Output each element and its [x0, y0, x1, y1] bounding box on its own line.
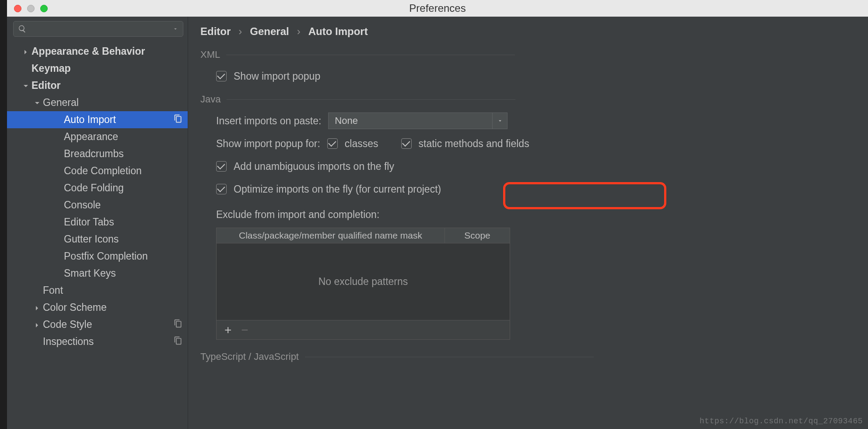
- sidebar-item-auto-import[interactable]: Auto Import: [7, 111, 188, 128]
- copy-icon[interactable]: [174, 319, 182, 331]
- breadcrumb-general[interactable]: General: [250, 25, 289, 38]
- search-input[interactable]: [29, 24, 170, 34]
- sidebar-item-label: Editor Tabs: [64, 216, 114, 228]
- sidebar-item-inspections[interactable]: Inspections: [7, 333, 188, 350]
- sidebar-item-color-scheme[interactable]: Color Scheme: [7, 299, 188, 316]
- copy-icon[interactable]: [174, 114, 182, 126]
- sidebar-item-label: Color Scheme: [43, 302, 107, 313]
- sidebar-item-console[interactable]: Console: [7, 197, 188, 214]
- breadcrumb-editor[interactable]: Editor: [200, 25, 231, 38]
- static-label: static methods and fields: [419, 138, 529, 150]
- sidebar-item-code-style[interactable]: Code Style: [7, 316, 188, 333]
- sidebar-item-code-completion[interactable]: Code Completion: [7, 162, 188, 179]
- sidebar-item-editor[interactable]: Editor: [7, 77, 188, 94]
- insert-imports-select[interactable]: None: [328, 113, 508, 129]
- copy-icon[interactable]: [174, 336, 182, 348]
- classes-checkbox[interactable]: [327, 138, 338, 149]
- sidebar-item-keymap[interactable]: Keymap: [7, 60, 188, 77]
- sidebar-item-gutter-icons[interactable]: Gutter Icons: [7, 231, 188, 248]
- exclude-table-body: No exclude patterns: [216, 243, 510, 320]
- chevron-down-icon[interactable]: [172, 26, 178, 32]
- titlebar: Preferences: [7, 0, 868, 17]
- sidebar-item-breadcrumbs[interactable]: Breadcrumbs: [7, 145, 188, 162]
- exclude-empty-text: No exclude patterns: [318, 276, 408, 288]
- divider: [227, 99, 515, 100]
- sidebar-item-label: Inspections: [43, 336, 94, 348]
- ide-gutter: [0, 0, 7, 429]
- sidebar-item-label: Code Completion: [64, 165, 142, 177]
- exclude-col-scope[interactable]: Scope: [445, 228, 510, 243]
- search-icon: [18, 25, 27, 33]
- chevron-right-icon: ›: [238, 25, 242, 38]
- optimize-label: Optimize imports on the fly (for current…: [234, 183, 441, 195]
- window-controls: [14, 5, 48, 12]
- sidebar-item-label: Code Style: [43, 319, 92, 331]
- close-window-button[interactable]: [14, 5, 21, 12]
- sidebar-item-general[interactable]: General: [7, 94, 188, 111]
- exclude-col-mask[interactable]: Class/package/member qualified name mask: [217, 228, 445, 243]
- exclude-label: Exclude from import and completion:: [216, 209, 379, 221]
- section-java-label: Java: [200, 94, 220, 105]
- sidebar-item-font[interactable]: Font: [7, 282, 188, 299]
- classes-label: classes: [345, 138, 378, 150]
- section-xml: XML: [200, 49, 856, 60]
- sidebar-item-label: Appearance & Behavior: [32, 46, 145, 57]
- unambiguous-label: Add unambiguous imports on the fly: [234, 161, 394, 172]
- sidebar-item-label: General: [43, 97, 79, 109]
- sidebar-item-label: Auto Import: [64, 114, 116, 126]
- add-button[interactable]: +: [224, 323, 231, 337]
- section-ts-label: TypeScript / JavaScript: [200, 351, 299, 362]
- exclude-table: Class/package/member qualified name mask…: [216, 228, 510, 340]
- xml-show-popup-label: Show import popup: [234, 70, 320, 82]
- remove-button[interactable]: −: [241, 323, 248, 337]
- sidebar-item-postfix-completion[interactable]: Postfix Completion: [7, 248, 188, 265]
- breadcrumb: Editor › General › Auto Import: [200, 25, 856, 38]
- optimize-checkbox[interactable]: [216, 184, 227, 194]
- sidebar-item-label: Appearance: [64, 131, 118, 143]
- chevron-right-icon: ›: [297, 25, 301, 38]
- sidebar-item-label: Postfix Completion: [64, 250, 148, 262]
- maximize-window-button[interactable]: [40, 5, 48, 12]
- section-xml-label: XML: [200, 49, 220, 60]
- static-checkbox[interactable]: [401, 138, 412, 149]
- sidebar-item-code-folding[interactable]: Code Folding: [7, 179, 188, 197]
- sidebar-item-label: Font: [43, 285, 63, 296]
- insert-imports-value: None: [335, 115, 358, 127]
- chevron-down-icon: [497, 118, 503, 124]
- xml-show-popup-checkbox[interactable]: [216, 71, 227, 81]
- sidebar: Appearance & BehaviorKeymapEditorGeneral…: [7, 17, 188, 429]
- sidebar-item-smart-keys[interactable]: Smart Keys: [7, 265, 188, 282]
- section-java: Java: [200, 94, 856, 105]
- sidebar-item-appearance-behavior[interactable]: Appearance & Behavior: [7, 43, 188, 60]
- section-ts: TypeScript / JavaScript: [200, 351, 856, 362]
- sidebar-item-label: Gutter Icons: [64, 233, 119, 245]
- sidebar-item-label: Smart Keys: [64, 267, 116, 279]
- exclude-table-header: Class/package/member qualified name mask…: [216, 228, 510, 243]
- sidebar-item-label: Console: [64, 199, 101, 211]
- sidebar-item-label: Editor: [32, 80, 60, 91]
- divider: [226, 55, 515, 55]
- watermark: https://blog.csdn.net/qq_27093465: [700, 417, 863, 425]
- sidebar-item-label: Keymap: [32, 63, 70, 74]
- settings-content: Editor › General › Auto Import XML Show …: [188, 17, 868, 429]
- window-title: Preferences: [7, 2, 868, 14]
- sidebar-item-editor-tabs[interactable]: Editor Tabs: [7, 214, 188, 231]
- sidebar-item-label: Breadcrumbs: [64, 148, 124, 160]
- sidebar-item-appearance[interactable]: Appearance: [7, 128, 188, 145]
- search-field[interactable]: [13, 21, 183, 37]
- preferences-dialog: Preferences Appearance & BehaviorKeymapE…: [7, 0, 868, 429]
- settings-tree: Appearance & BehaviorKeymapEditorGeneral…: [7, 40, 188, 429]
- sidebar-item-label: Code Folding: [64, 182, 124, 194]
- show-popup-for-label: Show import popup for:: [216, 138, 320, 150]
- breadcrumb-auto-import: Auto Import: [308, 25, 368, 38]
- dropdown-button[interactable]: [492, 113, 507, 129]
- exclude-toolbar: + −: [216, 320, 510, 340]
- minimize-window-button[interactable]: [27, 5, 35, 12]
- insert-imports-label: Insert imports on paste:: [216, 115, 321, 127]
- unambiguous-checkbox[interactable]: [216, 161, 227, 172]
- divider: [305, 357, 594, 357]
